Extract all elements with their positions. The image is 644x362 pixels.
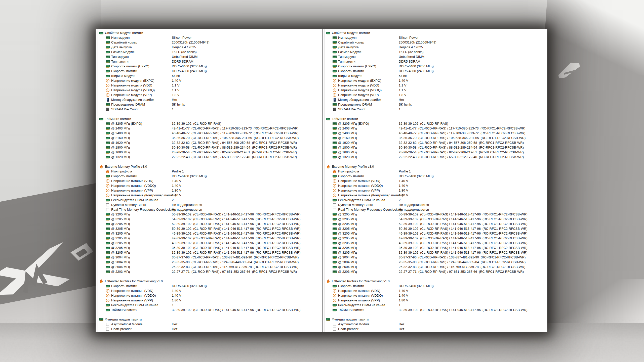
property-row[interactable]: Размер модуля16 ГБ (32 banks) bbox=[98, 50, 322, 54]
section-header[interactable]: Функции модуля памяти bbox=[98, 317, 322, 322]
property-row[interactable]: @ 1800 МГц30-30-30-58 (CL-RCD-RP-RAS) / … bbox=[98, 145, 322, 150]
property-row[interactable]: Скорость памяти (EXPO)DDR5-6400 (3200 МГ… bbox=[98, 64, 322, 69]
property-row[interactable]: @ 2400 МГц40-40-40-77 (CL-RCD-RP-RAS) / … bbox=[325, 131, 547, 135]
property-row[interactable]: Серийный номер25003180h (2150694949) bbox=[98, 40, 322, 45]
property-row[interactable]: Напряжение питания (Контроллер памяти)1.… bbox=[325, 193, 547, 198]
property-row[interactable]: @ 2403 МГц42-41-41-77 (CL-RCD-RP-RAS) / … bbox=[98, 126, 322, 131]
property-row[interactable]: Тайминги памяти32-39-39-102 (CL-RCD-RP-R… bbox=[98, 307, 322, 312]
property-row[interactable]: @ 2160 МГц36-36-36-70 (CL-RCD-RP-RAS) / … bbox=[325, 135, 547, 140]
property-row[interactable]: Рекомендуется DIMM на канал2 bbox=[98, 198, 322, 202]
property-row[interactable]: Напряжение питания (VDD)1.40 V bbox=[98, 288, 322, 293]
property-row[interactable]: @ 2203 МГц22-27-27-71 (CL-RCD-RP-RAS) / … bbox=[98, 269, 322, 274]
property-row[interactable]: Ширина модуля64 bit bbox=[98, 73, 322, 78]
property-row[interactable]: Напряжение модуля (EXPO)1.40 V bbox=[325, 78, 547, 83]
property-row[interactable]: @ 3205 МГц54-39-39-102 (CL-RCD-RP-RAS) /… bbox=[98, 217, 322, 221]
property-row[interactable]: Напряжение питания (Контроллер памяти)1.… bbox=[98, 193, 322, 198]
property-row[interactable]: SDRAM Die Count1 bbox=[98, 107, 322, 112]
property-row[interactable]: Тайминги памяти32-39-39-102 (CL-RCD-RP-R… bbox=[325, 307, 547, 312]
property-row[interactable]: Серийный номер25003180h (2150694949) bbox=[325, 40, 547, 45]
section-header[interactable]: Extreme Memory Profile v3.0 bbox=[98, 164, 322, 169]
property-row[interactable]: Напряжение питания (VDD)1.40 V bbox=[325, 178, 547, 183]
property-row[interactable]: Напряжение модуля (VDDQ)1.1 V bbox=[325, 88, 547, 93]
property-row[interactable]: SDRAM Die Count1 bbox=[325, 107, 547, 112]
property-row[interactable]: Real-Time Memory Frequency OverclockingН… bbox=[325, 207, 547, 212]
property-row[interactable]: Напряжение питания (VDDQ)1.40 V bbox=[98, 293, 322, 298]
property-row[interactable]: Рекомендуется DIMM на канал2 bbox=[325, 198, 547, 202]
property-row[interactable]: Имя профиляProfile 1 bbox=[98, 169, 322, 174]
property-row[interactable]: @ 3004 МГц30-37-37-96 (CL-RCD-RP-RAS) / … bbox=[98, 255, 322, 260]
property-row[interactable]: Рекомендуется DIMM на канал1 bbox=[325, 303, 547, 307]
property-row[interactable]: Скорость памятиDDR5-6400 (3200 МГц) bbox=[325, 174, 547, 178]
section-header[interactable]: Функции модуля памяти bbox=[325, 317, 547, 322]
property-row[interactable]: Напряжение питания (VDD)1.40 V bbox=[325, 288, 547, 293]
property-row[interactable]: @ 1680 МГц28-28-28-54 (CL-RCD-RP-RAS) / … bbox=[98, 150, 322, 155]
section-header[interactable]: EXtended Profiles for Overclocking v1.0 bbox=[325, 279, 547, 284]
property-row[interactable]: Имя модуляSilicon Power bbox=[98, 35, 322, 40]
property-row[interactable]: Asymmetrical ModuleНет bbox=[325, 322, 547, 327]
property-row[interactable]: @ 2604 МГц26-32-32-83 (CL-RCD-RP-RAS) / … bbox=[325, 264, 547, 269]
property-row[interactable]: @ 3205 МГц32-39-39-102 (CL-RCD-RP-RAS) /… bbox=[98, 250, 322, 255]
property-row[interactable]: @ 3205 МГц56-39-39-102 (CL-RCD-RP-RAS) /… bbox=[325, 212, 547, 217]
property-row[interactable]: Скорость памятиDDR5-6400 (3200 МГц) bbox=[325, 284, 547, 288]
property-row[interactable]: Рекомендуется DIMM на канал1 bbox=[98, 303, 322, 307]
property-row[interactable]: @ 3205 МГц50-39-39-102 (CL-RCD-RP-RAS) /… bbox=[98, 226, 322, 231]
property-row[interactable]: Метод обнаружения ошибокНет bbox=[98, 97, 322, 102]
property-row[interactable]: @ 3205 МГц32-39-39-102 (CL-RCD-RP-RAS) /… bbox=[325, 250, 547, 255]
property-row[interactable]: Скорость памятиDDR5-6400 (3200 МГц) bbox=[98, 284, 322, 288]
property-row[interactable]: Скорость памятиDDR5-6400 (3200 МГц) bbox=[98, 174, 322, 178]
property-row[interactable]: Дата выпускаНеделя 4 / 2025 bbox=[325, 45, 547, 50]
property-row[interactable]: Напряжение питания (VDDQ)1.40 V bbox=[325, 183, 547, 188]
property-row[interactable]: @ 3205 МГц42-39-39-102 (CL-RCD-RP-RAS) /… bbox=[98, 236, 322, 241]
property-row[interactable]: @ 3205 МГц52-39-39-102 (CL-RCD-RP-RAS) /… bbox=[98, 221, 322, 226]
property-row[interactable]: Напряжение модуля (EXPO)1.40 V bbox=[98, 78, 322, 83]
property-row[interactable]: @ 1320 МГц22-22-22-43 (CL-RCD-RP-RAS) / … bbox=[98, 155, 322, 159]
property-row[interactable]: Напряжение питания (VPP)1.80 V bbox=[325, 298, 547, 303]
property-row[interactable]: Скорость памятиDDR5-4800 (2400 МГц) bbox=[325, 69, 547, 73]
property-row[interactable]: @ 3205 МГц40-39-39-102 (CL-RCD-RP-RAS) /… bbox=[98, 241, 322, 245]
property-row[interactable]: @ 3205 МГц46-39-39-102 (CL-RCD-RP-RAS) /… bbox=[98, 231, 322, 236]
property-row[interactable]: @ 2604 МГц26-32-32-83 (CL-RCD-RP-RAS) / … bbox=[98, 264, 322, 269]
property-row[interactable]: Скорость памятиDDR5-4800 (2400 МГц) bbox=[98, 69, 322, 73]
section-header[interactable]: Свойства модуля памяти bbox=[98, 30, 322, 35]
property-row[interactable]: Метод обнаружения ошибокНет bbox=[325, 97, 547, 102]
section-header[interactable]: Тайминги памяти bbox=[98, 116, 322, 121]
property-row[interactable]: Real-Time Memory Frequency OverclockingН… bbox=[98, 207, 322, 212]
property-row[interactable]: @ 3205 МГц36-39-39-102 (CL-RCD-RP-RAS) /… bbox=[325, 245, 547, 250]
property-row[interactable]: Dynamic Memory BoostНе поддерживается bbox=[98, 202, 322, 207]
property-row[interactable]: Напряжение модуля (VDD)1.1 V bbox=[325, 83, 547, 88]
section-header[interactable]: EXtended Profiles for Overclocking v1.0 bbox=[98, 279, 322, 284]
property-row[interactable]: Ширина модуля64 bit bbox=[325, 73, 547, 78]
property-row[interactable]: Напряжение питания (VPP)1.80 V bbox=[98, 298, 322, 303]
property-row[interactable]: @ 2804 МГц28-35-35-90 (CL-RCD-RP-RAS) / … bbox=[98, 260, 322, 264]
property-row[interactable]: @ 1680 МГц28-28-28-54 (CL-RCD-RP-RAS) / … bbox=[325, 150, 547, 155]
property-row[interactable]: Тип памятиDDR5 SDRAM bbox=[98, 59, 322, 64]
property-row[interactable]: @ 3205 МГц (EXPO)32-39-39-102 (CL-RCD-RP… bbox=[98, 121, 322, 126]
property-row[interactable]: Напряжение питания (VDDQ)1.40 V bbox=[325, 293, 547, 298]
section-header[interactable]: Тайминги памяти bbox=[325, 116, 547, 121]
property-row[interactable]: @ 2160 МГц36-36-36-70 (CL-RCD-RP-RAS) / … bbox=[98, 135, 322, 140]
property-row[interactable]: @ 3205 МГц42-39-39-102 (CL-RCD-RP-RAS) /… bbox=[325, 236, 547, 241]
property-row[interactable]: Размер модуля16 ГБ (32 banks) bbox=[325, 50, 547, 54]
property-row[interactable]: @ 3205 МГц (EXPO)32-39-39-102 (CL-RCD-RP… bbox=[325, 121, 547, 126]
property-row[interactable]: Тип модуляUnbuffered DIMM bbox=[98, 54, 322, 59]
property-row[interactable]: @ 3205 МГц52-39-39-102 (CL-RCD-RP-RAS) /… bbox=[325, 221, 547, 226]
property-row[interactable]: Напряжение питания (VPP)1.80 V bbox=[98, 188, 322, 193]
property-row[interactable]: Asymmetrical ModuleНет bbox=[98, 322, 322, 327]
property-row[interactable]: Имя профиляProfile 1 bbox=[325, 169, 547, 174]
property-row[interactable]: Производитель DRAMSK hynix bbox=[325, 102, 547, 107]
property-row[interactable]: @ 1920 МГц32-32-32-62 (CL-RCD-RP-RAS) / … bbox=[325, 140, 547, 145]
property-row[interactable]: Напряжение модуля (VPP)1.8 V bbox=[325, 93, 547, 97]
property-row[interactable]: @ 3205 МГц54-39-39-102 (CL-RCD-RP-RAS) /… bbox=[325, 217, 547, 221]
property-row[interactable]: Напряжение питания (VDDQ)1.40 V bbox=[98, 183, 322, 188]
property-row[interactable]: @ 2804 МГц28-35-35-90 (CL-RCD-RP-RAS) / … bbox=[325, 260, 547, 264]
section-header[interactable]: Свойства модуля памяти bbox=[325, 30, 547, 35]
property-row[interactable]: @ 2403 МГц42-41-41-77 (CL-RCD-RP-RAS) / … bbox=[325, 126, 547, 131]
section-header[interactable]: Extreme Memory Profile v3.0 bbox=[325, 164, 547, 169]
property-row[interactable]: @ 3205 МГц40-39-39-102 (CL-RCD-RP-RAS) /… bbox=[325, 241, 547, 245]
property-row[interactable]: Напряжение модуля (VPP)1.8 V bbox=[98, 93, 322, 97]
property-row[interactable]: Напряжение модуля (VDDQ)1.1 V bbox=[98, 88, 322, 93]
property-row[interactable]: @ 3205 МГц46-39-39-102 (CL-RCD-RP-RAS) /… bbox=[325, 231, 547, 236]
property-row[interactable]: @ 2203 МГц22-27-27-71 (CL-RCD-RP-RAS) / … bbox=[325, 269, 547, 274]
property-row[interactable]: Тип памятиDDR5 SDRAM bbox=[325, 59, 547, 64]
property-row[interactable]: Имя модуляSilicon Power bbox=[325, 35, 547, 40]
